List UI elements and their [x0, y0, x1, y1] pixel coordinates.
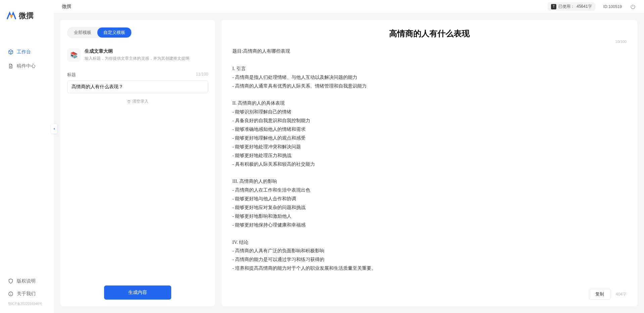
nav: 工作台 稿件中心	[0, 32, 54, 275]
brand-logo: 微撰	[0, 0, 54, 32]
shield-icon	[8, 278, 13, 284]
trash-icon	[127, 100, 131, 104]
page-title: 微撰	[62, 4, 548, 10]
power-icon[interactable]	[630, 4, 636, 10]
doc-footer: 复制 404字	[589, 289, 627, 300]
doc-title[interactable]: 高情商的人有什么表现	[232, 28, 627, 39]
tab-custom-templates[interactable]: 自定义模板	[97, 28, 131, 38]
title-input[interactable]	[67, 81, 208, 93]
copy-button[interactable]: 复制	[589, 289, 610, 300]
output-panel: 高情商的人有什么表现 10/100 题目:高情商的人有哪些表现 I. 引言 - …	[222, 20, 637, 306]
nav-item-drafts[interactable]: 稿件中心	[0, 59, 54, 73]
document-icon	[8, 63, 13, 69]
template-tabs: 全部模板 自定义模板	[67, 27, 132, 38]
title-field-row: 标题 11/100	[67, 72, 208, 78]
clear-label: 清空录入	[132, 99, 148, 104]
doc-header: 高情商的人有什么表现 10/100	[232, 28, 627, 39]
footer-item-about[interactable]: 关于我们	[0, 288, 54, 300]
brand-name: 微撰	[19, 11, 34, 21]
doc-title-counter: 10/100	[615, 40, 627, 44]
info-icon	[8, 291, 13, 297]
template-desc: 输入标题，为你提供文章主体的灵感，并为其创建推文提纲	[85, 56, 189, 61]
content: 全部模板 自定义模板 📚 生成文章大纲 输入标题，为你提供文章主体的灵感，并为其…	[54, 13, 644, 313]
cube-icon	[8, 49, 13, 55]
clear-input-button[interactable]: 清空录入	[67, 99, 208, 104]
topbar-right: T 已使用： 45641字 ID:100519	[548, 2, 636, 11]
doc-body[interactable]: 题目:高情商的人有哪些表现 I. 引言 - 高情商是指人们处理情绪、与他人互动以…	[232, 47, 627, 273]
char-count: 404字	[616, 292, 627, 297]
usage-prefix: 已使用：	[558, 4, 574, 9]
brand-logo-icon	[7, 11, 16, 20]
footer-item-copyright[interactable]: 版权说明	[0, 275, 54, 288]
nav-item-label: 工作台	[17, 49, 31, 55]
user-id: ID:100519	[603, 4, 622, 9]
usage-value: 45641字	[577, 4, 592, 9]
books-icon: 📚	[67, 48, 81, 62]
main: 微撰 T 已使用： 45641字 ID:100519 全部模板 自定义模板	[54, 0, 644, 313]
topbar: 微撰 T 已使用： 45641字 ID:100519	[54, 0, 644, 13]
template-title: 生成文章大纲	[85, 48, 189, 54]
footer-item-label: 关于我们	[17, 291, 36, 297]
template-card: 📚 生成文章大纲 输入标题，为你提供文章主体的灵感，并为其创建推文提纲	[67, 45, 208, 65]
sidebar-footer: 版权说明 关于我们 鄂ICP备2022016946号	[0, 275, 54, 313]
template-panel: 全部模板 自定义模板 📚 生成文章大纲 输入标题，为你提供文章主体的灵感，并为其…	[60, 20, 215, 306]
icp-text: 鄂ICP备2022016946号	[0, 300, 54, 308]
sidebar: 微撰 工作台 稿件中心 版权说明	[0, 0, 54, 313]
title-field-counter: 11/100	[196, 72, 208, 78]
sidebar-collapse-handle[interactable]	[51, 124, 57, 134]
generate-button[interactable]: 生成内容	[104, 285, 171, 300]
nav-item-label: 稿件中心	[17, 63, 36, 69]
usage-pill[interactable]: T 已使用： 45641字	[548, 2, 595, 11]
tab-all-templates[interactable]: 全部模板	[68, 28, 97, 38]
footer-item-label: 版权说明	[17, 278, 36, 284]
usage-badge-icon: T	[551, 4, 556, 9]
nav-item-workbench[interactable]: 工作台	[0, 45, 54, 59]
title-field-label: 标题	[67, 72, 76, 78]
